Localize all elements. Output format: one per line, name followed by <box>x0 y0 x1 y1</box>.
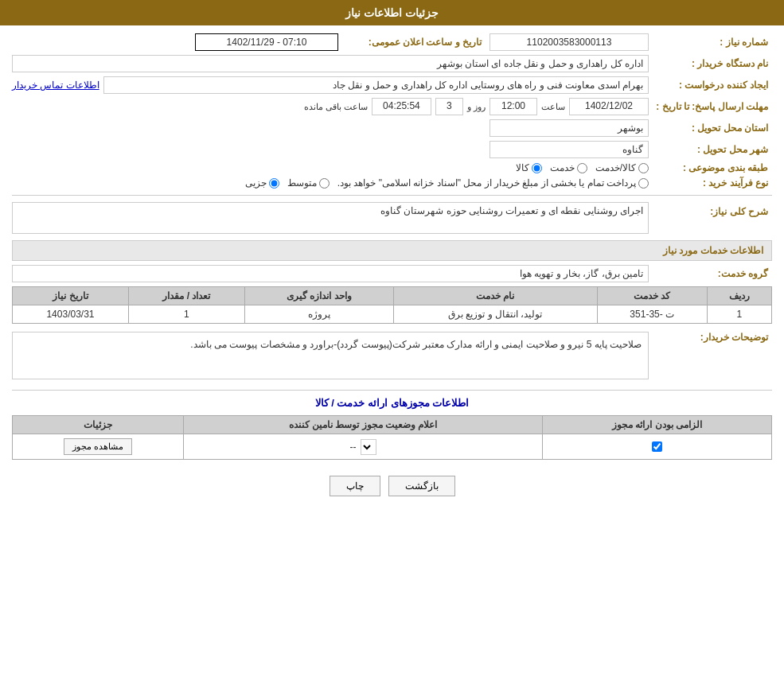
date-announce-value: 1402/11/29 - 07:10 <box>195 33 338 51</box>
need-desc-value: اجرای روشنایی نقطه ای و تعمیرات روشنایی … <box>12 202 649 234</box>
creator-contact-link[interactable]: اطلاعات تماس خریدار <box>12 80 99 91</box>
buyer-org-label: نام دستگاه خریدار : <box>653 58 772 69</box>
radio-goods-label: کالا <box>516 162 529 173</box>
radio-full-desc: پرداخت تمام یا بخشی از مبلغ خریدار از مح… <box>337 177 636 189</box>
radio-goods-service-label: کالا/خدمت <box>595 162 636 173</box>
services-table: ردیف کد خدمت نام خدمت واحد اندازه گیری ت… <box>12 286 772 324</box>
need-number-label: شماره نیاز : <box>653 37 772 48</box>
col-unit: واحد اندازه گیری <box>244 287 393 305</box>
process-label: نوع فرآیند خرید : <box>653 177 772 189</box>
col-need-date: تاریخ نیاز <box>13 287 129 305</box>
radio-medium[interactable] <box>319 178 330 189</box>
radio-full[interactable] <box>638 178 649 189</box>
send-date-remaining: 04:25:54 <box>372 98 431 115</box>
cell-row-num: 1 <box>707 305 771 324</box>
cell-service-code: ت -35-351 <box>597 305 707 324</box>
cell-quantity: 1 <box>128 305 244 324</box>
permit-details-cell: مشاهده مجوز <box>13 434 184 460</box>
permit-table: الزامی بودن ارائه مجوز اعلام وضعیت مجوز … <box>12 415 772 460</box>
permit-col-announce: اعلام وضعیت مجوز توسط نامین کننده <box>183 416 542 434</box>
send-date-remaining-label: ساعت باقی مانده <box>304 102 368 112</box>
col-service-code: کد خدمت <box>597 287 707 305</box>
services-title: اطلاعات خدمات مورد نیاز <box>12 240 772 261</box>
permit-col-mandatory: الزامی بودن ارائه مجوز <box>543 416 772 434</box>
permit-status-cell: ∨ -- <box>183 434 542 460</box>
cell-need-date: 1403/03/31 <box>13 305 129 324</box>
need-number-value: 1102003583000113 <box>490 33 649 51</box>
city-label: شهر محل تحویل : <box>653 144 772 155</box>
back-button[interactable]: بازگشت <box>388 476 455 496</box>
radio-medium-label: متوسط <box>287 177 317 189</box>
send-date-day-label: روز و <box>467 102 486 112</box>
table-row: ∨ -- مشاهده مجوز <box>13 434 772 460</box>
creator-value: بهرام اسدی معاونت فنی و راه های روستایی … <box>103 76 649 94</box>
radio-goods[interactable] <box>532 163 542 173</box>
radio-service-label: خدمت <box>550 162 575 173</box>
col-service-name: نام خدمت <box>393 287 597 305</box>
send-date-label: مهلت ارسال پاسخ: تا تاریخ : <box>653 101 772 112</box>
buyer-org-value: اداره کل راهداری و حمل و نقل جاده ای است… <box>12 55 649 72</box>
permit-col-details: جزئیات <box>13 416 184 434</box>
permit-mandatory-checkbox[interactable] <box>652 441 662 452</box>
table-row: 1 ت -35-351 تولید، انتقال و توزیع برق پر… <box>13 305 772 324</box>
province-value: بوشهر <box>490 119 649 137</box>
show-permit-button[interactable]: مشاهده مجوز <box>64 438 132 455</box>
buyer-desc-value: صلاحیت پایه 5 نیرو و صلاحیت ایمنی و ارائ… <box>12 332 649 379</box>
col-quantity: تعداد / مقدار <box>128 287 244 305</box>
radio-partial[interactable] <box>269 178 279 189</box>
cell-service-name: تولید، انتقال و توزیع برق <box>393 305 597 324</box>
radio-partial-label: جزیی <box>245 177 267 189</box>
date-announce-label: تاریخ و ساعت اعلان عمومی: <box>342 37 486 48</box>
send-date-time: 12:00 <box>490 98 537 115</box>
send-date-date: 1402/12/02 <box>569 98 649 115</box>
permit-status-select[interactable]: ∨ <box>361 439 376 455</box>
buyer-desc-label: توضیحات خریدار: <box>653 328 772 343</box>
send-date-days: 3 <box>435 98 463 115</box>
creator-label: ایجاد کننده درخواست : <box>653 80 772 91</box>
permit-status-value: -- <box>350 441 357 453</box>
service-group-label: گروه خدمت: <box>653 268 772 279</box>
province-label: استان محل تحویل : <box>653 122 772 134</box>
radio-goods-service[interactable] <box>638 163 649 173</box>
print-button[interactable]: چاپ <box>330 476 380 496</box>
need-desc-label: شرح کلی نیاز: <box>653 202 772 217</box>
send-date-time-label: ساعت <box>541 102 565 112</box>
page-title: جزئیات اطلاعات نیاز <box>0 0 784 25</box>
service-group-value: تامین برق، گاز، بخار و تهویه هوا <box>12 265 649 282</box>
radio-service[interactable] <box>577 163 587 173</box>
permit-mandatory-cell <box>543 434 772 460</box>
col-row-num: ردیف <box>707 287 771 305</box>
cell-unit: پروژه <box>244 305 393 324</box>
permit-section-title: اطلاعات مجوزهای ارائه خدمت / کالا <box>12 397 772 409</box>
city-value: گناوه <box>490 141 649 158</box>
category-label: طبقه بندی موضوعی : <box>653 162 772 173</box>
